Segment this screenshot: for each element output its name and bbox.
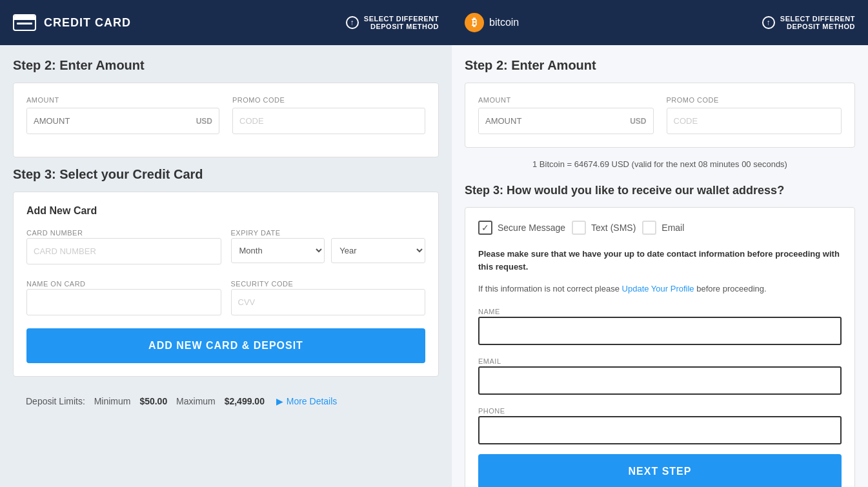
add-new-card-section: Add New Card CARD NUMBER EXPIRY DATE Mon… — [13, 192, 439, 377]
left-promo-label: PROMO CODE — [232, 96, 425, 104]
right-amount-section: AMOUNT USD PROMO CODE — [465, 83, 855, 148]
email-option[interactable]: Email — [642, 221, 684, 235]
contact-fields: NAME EMAIL PHONE — [478, 305, 842, 444]
max-value: $2,499.00 — [225, 396, 265, 406]
right-promo-group: PROMO CODE — [667, 96, 842, 134]
right-promo-label: PROMO CODE — [667, 96, 842, 104]
update-after: before proceeding. — [696, 284, 766, 293]
left-amount-group: AMOUNT USD — [26, 96, 219, 134]
add-new-card-title: Add New Card — [26, 205, 425, 217]
wallet-section: ✓ Secure Message Text (SMS) Email Please… — [465, 207, 855, 487]
expiry-label: EXPIRY DATE — [231, 229, 281, 237]
phone-field-label: PHONE — [478, 407, 505, 415]
next-step-button[interactable]: NEXT STEP — [478, 454, 842, 488]
left-amount-input-wrapper: USD — [26, 108, 219, 134]
limits-label: Deposit Limits: — [26, 396, 85, 406]
bitcoin-icon: ₿ — [465, 13, 484, 32]
expiry-group: EXPIRY DATE Month January February March… — [231, 226, 426, 264]
left-header-left: CREDIT CARD — [13, 14, 131, 31]
left-step3-title: Step 3: Select your Credit Card — [13, 167, 439, 182]
left-amount-input[interactable] — [27, 108, 190, 134]
upload-icon: ↑ — [346, 16, 359, 29]
more-details-link[interactable]: More Details — [287, 396, 338, 406]
phone-field-group: PHONE — [478, 404, 842, 444]
left-promo-group: PROMO CODE — [232, 96, 425, 134]
left-amount-section: AMOUNT USD PROMO CODE — [13, 83, 439, 157]
name-field-input[interactable] — [478, 317, 842, 345]
update-profile-link[interactable]: Update Your Profile — [622, 284, 694, 293]
left-panel: CREDIT CARD ↑ SELECT DIFFERENT DEPOSIT M… — [0, 0, 452, 487]
secure-message-label: Secure Message — [498, 223, 565, 233]
right-promo-input[interactable] — [667, 108, 842, 134]
credit-card-icon — [13, 14, 36, 31]
year-select[interactable]: Year 2024 2025 2026 2027 2028 2029 2030 — [331, 238, 425, 263]
secure-message-checkbox[interactable]: ✓ — [478, 221, 492, 235]
min-label: Minimum — [94, 396, 131, 406]
text-sms-option[interactable]: Text (SMS) — [572, 221, 636, 235]
security-code-group: SECURITY CODE — [231, 277, 426, 315]
left-content: Step 2: Enter Amount AMOUNT USD PROMO CO… — [0, 45, 452, 487]
phone-field-input[interactable] — [478, 416, 842, 444]
wallet-options: ✓ Secure Message Text (SMS) Email — [478, 221, 842, 235]
deposit-limits: Deposit Limits: Minimum $50.00 Maximum $… — [13, 386, 439, 416]
expiry-selects: Month January February March April May J… — [231, 238, 426, 263]
bitcoin-rate: 1 Bitcoin = 64674.69 USD (valid for the … — [465, 154, 855, 174]
left-step2-title: Step 2: Enter Amount — [13, 58, 439, 73]
name-field-group: NAME — [478, 305, 842, 345]
wallet-notice: Please make sure that we have your up to… — [478, 248, 842, 273]
email-field-label: EMAIL — [478, 357, 501, 365]
name-on-card-input[interactable] — [26, 289, 221, 315]
security-code-input[interactable] — [231, 289, 426, 315]
right-panel: ₿ bitcoin ↑ SELECT DIFFERENT DEPOSIT MET… — [452, 0, 868, 487]
max-label: Maximum — [176, 396, 216, 406]
right-select-different-button[interactable]: ↑ SELECT DIFFERENT DEPOSIT METHOD — [762, 15, 855, 30]
right-amount-label: AMOUNT — [478, 96, 654, 104]
left-amount-addon: USD — [190, 117, 219, 126]
bitcoin-logo: ₿ bitcoin — [465, 13, 519, 32]
right-amount-addon: USD — [623, 117, 652, 126]
bitcoin-label: bitcoin — [489, 17, 519, 28]
right-select-different-label: SELECT DIFFERENT DEPOSIT METHOD — [780, 15, 855, 30]
left-promo-input[interactable] — [232, 108, 425, 134]
email-checkbox[interactable] — [642, 221, 656, 235]
right-step3-title: Step 3: How would you like to receive ou… — [465, 184, 855, 197]
text-sms-label: Text (SMS) — [591, 223, 636, 233]
update-notice: If this information is not correct pleas… — [478, 283, 842, 295]
email-label: Email — [661, 223, 684, 233]
name-on-card-label: NAME ON CARD — [26, 280, 86, 288]
month-select[interactable]: Month January February March April May J… — [231, 238, 325, 263]
wallet-notice-text: Please make sure that we have your up to… — [478, 249, 840, 272]
right-upload-icon: ↑ — [762, 16, 775, 29]
right-amount-group: AMOUNT USD — [478, 96, 654, 134]
secure-message-option[interactable]: ✓ Secure Message — [478, 221, 565, 235]
card-number-input[interactable] — [26, 238, 221, 264]
name-field-label: NAME — [478, 308, 500, 315]
email-field-input[interactable] — [478, 366, 842, 395]
email-field-group: EMAIL — [478, 355, 842, 395]
left-select-different-button[interactable]: ↑ SELECT DIFFERENT DEPOSIT METHOD — [346, 15, 439, 30]
card-number-row: CARD NUMBER EXPIRY DATE Month January Fe… — [26, 226, 425, 264]
left-header: CREDIT CARD ↑ SELECT DIFFERENT DEPOSIT M… — [0, 0, 452, 45]
min-value: $50.00 — [139, 396, 167, 406]
security-code-label: SECURITY CODE — [231, 280, 294, 288]
right-amount-input[interactable] — [479, 108, 623, 134]
update-text: If this information is not correct pleas… — [478, 284, 620, 293]
card-number-label: CARD NUMBER — [26, 229, 83, 237]
name-on-card-group: NAME ON CARD — [26, 277, 221, 315]
right-amount-input-wrapper: USD — [478, 108, 654, 134]
right-content: Step 2: Enter Amount AMOUNT USD PROMO CO… — [452, 45, 868, 487]
left-amount-label: AMOUNT — [26, 96, 219, 104]
add-card-deposit-button[interactable]: ADD NEW CARD & DEPOSIT — [26, 328, 425, 363]
card-bottom-row: NAME ON CARD SECURITY CODE — [26, 277, 425, 315]
left-header-title: CREDIT CARD — [44, 16, 131, 30]
text-sms-checkbox[interactable] — [572, 221, 586, 235]
right-step2-title: Step 2: Enter Amount — [465, 58, 855, 73]
right-header: ₿ bitcoin ↑ SELECT DIFFERENT DEPOSIT MET… — [452, 0, 868, 45]
left-select-different-label: SELECT DIFFERENT DEPOSIT METHOD — [364, 15, 439, 30]
right-amount-row: AMOUNT USD PROMO CODE — [478, 96, 842, 134]
arrow-icon: ▶ — [276, 396, 283, 406]
card-number-group: CARD NUMBER — [26, 226, 221, 264]
left-amount-row: AMOUNT USD PROMO CODE — [26, 96, 425, 134]
